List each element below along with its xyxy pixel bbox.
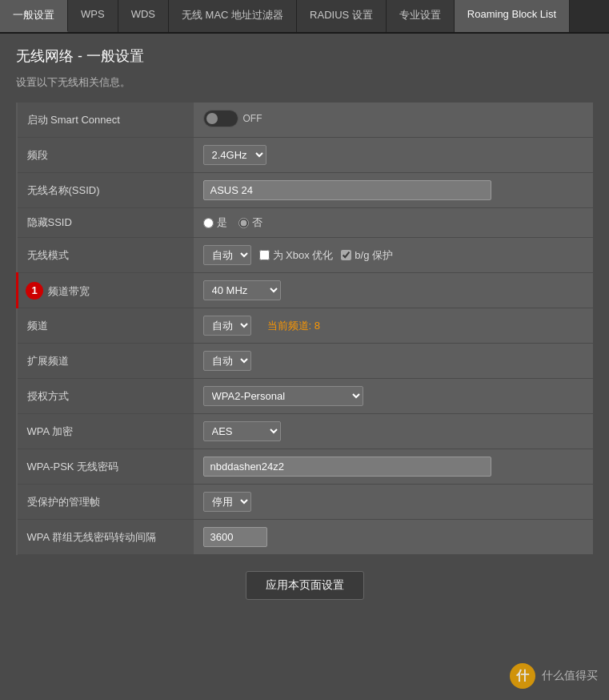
hide-ssid-yes-text: 是 bbox=[217, 215, 227, 230]
row-extension-channel: 扩展频道 自动 bbox=[18, 344, 594, 379]
tab-mac-filter[interactable]: 无线 MAC 地址过滤器 bbox=[169, 0, 297, 32]
value-band: 2.4GHz 5GHz bbox=[194, 138, 594, 173]
value-hide-ssid: 是 否 bbox=[194, 208, 594, 238]
wireless-mode-controls: 自动 为 Xbox 优化 b/g 保护 bbox=[203, 245, 584, 265]
label-wpa-encryption: WPA 加密 bbox=[18, 414, 194, 449]
label-wpa-psk: WPA-PSK 无线密码 bbox=[18, 449, 194, 485]
watermark-text: 什么值得买 bbox=[542, 669, 598, 683]
tab-bar: 一般设置 WPS WDS 无线 MAC 地址过滤器 RADIUS 设置 专业设置… bbox=[0, 0, 609, 34]
row-wpa-group-key: WPA 群组无线密码转动间隔 bbox=[18, 520, 594, 555]
channel-controls: 自动 当前频道: 8 bbox=[203, 316, 584, 336]
value-ssid bbox=[194, 173, 594, 208]
extension-channel-select[interactable]: 自动 bbox=[203, 351, 251, 371]
value-wpa-psk bbox=[194, 449, 594, 485]
value-auth-method: Open System WPA2-Personal WPA-Auto-Perso… bbox=[194, 379, 594, 414]
wpa-group-key-input[interactable] bbox=[203, 527, 267, 547]
channel-select[interactable]: 自动 bbox=[203, 316, 251, 336]
current-channel-info: 当前频道: 8 bbox=[267, 319, 320, 333]
tab-general[interactable]: 一般设置 bbox=[0, 0, 68, 32]
settings-table: 启动 Smart Connect OFF 频段 2.4GHz 5GHz 无线名称… bbox=[16, 103, 593, 555]
bg-protect-checkbox[interactable] bbox=[341, 250, 351, 260]
label-extension-channel: 扩展频道 bbox=[18, 344, 194, 379]
value-wpa-encryption: AES TKIP AES+TKIP bbox=[194, 414, 594, 449]
row-hide-ssid: 隐藏SSID 是 否 bbox=[18, 208, 594, 238]
smart-connect-toggle[interactable] bbox=[203, 110, 238, 127]
bg-protect-label[interactable]: b/g 保护 bbox=[341, 248, 393, 263]
apply-btn-row: 应用本页面设置 bbox=[16, 555, 593, 616]
row-ssid: 无线名称(SSID) bbox=[18, 173, 594, 208]
wpa-psk-input[interactable] bbox=[203, 457, 491, 477]
value-smart-connect: OFF bbox=[194, 103, 594, 138]
row-band: 频段 2.4GHz 5GHz bbox=[18, 138, 594, 173]
xbox-optimize-text: 为 Xbox 优化 bbox=[273, 248, 334, 263]
label-wpa-group-key: WPA 群组无线密码转动间隔 bbox=[18, 520, 194, 555]
label-auth-method: 授权方式 bbox=[18, 379, 194, 414]
label-smart-connect: 启动 Smart Connect bbox=[18, 103, 194, 138]
smart-connect-off-label: OFF bbox=[243, 113, 262, 124]
hide-ssid-no-label[interactable]: 否 bbox=[238, 215, 262, 230]
tab-wps[interactable]: WPS bbox=[68, 0, 118, 32]
wireless-mode-select[interactable]: 自动 bbox=[203, 245, 251, 265]
hide-ssid-radio-group: 是 否 bbox=[203, 215, 584, 230]
value-extension-channel: 自动 bbox=[194, 344, 594, 379]
label-ssid: 无线名称(SSID) bbox=[18, 173, 194, 208]
hide-ssid-yes-radio[interactable] bbox=[203, 218, 214, 228]
label-band: 频段 bbox=[18, 138, 194, 173]
row-pmf: 受保护的管理帧 停用 启用 强制 bbox=[18, 485, 594, 520]
row-auth-method: 授权方式 Open System WPA2-Personal WPA-Auto-… bbox=[18, 379, 594, 414]
value-wireless-mode: 自动 为 Xbox 优化 b/g 保护 bbox=[194, 238, 594, 273]
smart-connect-toggle-group: OFF bbox=[203, 110, 262, 127]
label-pmf: 受保护的管理帧 bbox=[18, 485, 194, 520]
ssid-input[interactable] bbox=[203, 180, 491, 200]
watermark: 什 什么值得买 bbox=[510, 663, 598, 689]
current-channel-label: 当前频道: bbox=[267, 320, 312, 332]
page-content: 无线网络 - 一般设置 设置以下无线相关信息。 启动 Smart Connect… bbox=[0, 34, 609, 629]
tab-roaming[interactable]: Roaming Block List bbox=[455, 0, 570, 32]
hide-ssid-no-radio[interactable] bbox=[238, 218, 249, 228]
label-channel-bandwidth: 1频道带宽 bbox=[18, 273, 194, 308]
auth-method-select[interactable]: Open System WPA2-Personal WPA-Auto-Perso… bbox=[203, 386, 363, 406]
tab-pro[interactable]: 专业设置 bbox=[387, 0, 455, 32]
channel-bandwidth-select[interactable]: 20 MHz 40 MHz 20/40 MHz bbox=[203, 280, 281, 300]
row-channel-bandwidth: 1频道带宽 20 MHz 40 MHz 20/40 MHz bbox=[18, 273, 594, 308]
label-hide-ssid: 隐藏SSID bbox=[18, 208, 194, 238]
apply-button[interactable]: 应用本页面设置 bbox=[246, 571, 364, 600]
value-channel: 自动 当前频道: 8 bbox=[194, 308, 594, 344]
tab-wds[interactable]: WDS bbox=[118, 0, 169, 32]
hide-ssid-no-text: 否 bbox=[252, 215, 262, 230]
value-channel-bandwidth: 20 MHz 40 MHz 20/40 MHz bbox=[194, 273, 594, 308]
band-select[interactable]: 2.4GHz 5GHz bbox=[203, 145, 266, 165]
current-channel-value: 8 bbox=[315, 320, 320, 332]
row-wpa-encryption: WPA 加密 AES TKIP AES+TKIP bbox=[18, 414, 594, 449]
channel-bandwidth-badge: 1 bbox=[26, 282, 43, 300]
value-wpa-group-key bbox=[194, 520, 594, 555]
tab-radius[interactable]: RADIUS 设置 bbox=[297, 0, 387, 32]
channel-bandwidth-label-text: 频道带宽 bbox=[48, 284, 90, 296]
pmf-select[interactable]: 停用 启用 强制 bbox=[203, 492, 251, 512]
hide-ssid-yes-label[interactable]: 是 bbox=[203, 215, 227, 230]
xbox-optimize-label[interactable]: 为 Xbox 优化 bbox=[259, 248, 334, 263]
row-wireless-mode: 无线模式 自动 为 Xbox 优化 b/g 保护 bbox=[18, 238, 594, 273]
value-pmf: 停用 启用 强制 bbox=[194, 485, 594, 520]
page-subtitle: 设置以下无线相关信息。 bbox=[16, 75, 593, 90]
page-title: 无线网络 - 一般设置 bbox=[16, 46, 593, 66]
row-channel: 频道 自动 当前频道: 8 bbox=[18, 308, 594, 344]
bg-protect-text: b/g 保护 bbox=[355, 248, 393, 263]
row-wpa-psk: WPA-PSK 无线密码 bbox=[18, 449, 594, 485]
watermark-logo: 什 bbox=[510, 663, 535, 689]
xbox-optimize-checkbox[interactable] bbox=[259, 250, 270, 260]
wpa-encryption-select[interactable]: AES TKIP AES+TKIP bbox=[203, 421, 281, 441]
label-wireless-mode: 无线模式 bbox=[18, 238, 194, 273]
label-channel: 频道 bbox=[18, 308, 194, 344]
row-smart-connect: 启动 Smart Connect OFF bbox=[18, 103, 594, 138]
